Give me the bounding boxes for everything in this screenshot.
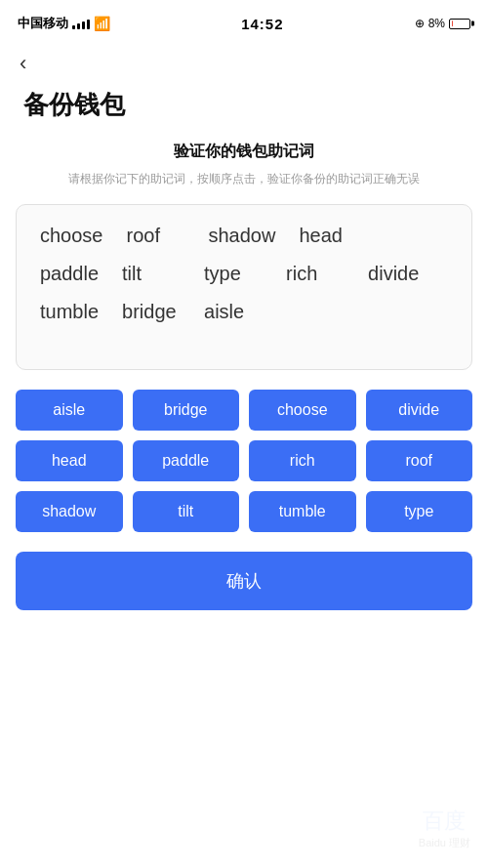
wifi-icon: 📶 (94, 16, 110, 31)
battery-icon (449, 19, 470, 29)
status-time: 14:52 (241, 16, 283, 32)
status-left: 中国移动 📶 (18, 15, 110, 32)
carrier-label: 中国移动 (18, 15, 68, 32)
watermark: 百度 Baidu 理财 (419, 806, 470, 850)
word-chip[interactable]: tumble (249, 491, 356, 532)
word-chip[interactable]: rich (249, 440, 356, 481)
display-word: head (299, 225, 357, 247)
word-chip[interactable]: shadow (16, 491, 123, 532)
word-chip[interactable]: type (366, 491, 473, 532)
satellite-icon: ⊕ (415, 17, 425, 30)
confirm-button[interactable]: 确认 (16, 552, 472, 610)
word-chip[interactable]: bridge (133, 390, 240, 431)
word-chip[interactable]: paddle (133, 440, 240, 481)
word-chip[interactable]: choose (249, 390, 356, 431)
confirm-button-wrapper: 确认 (0, 552, 488, 610)
word-chip[interactable]: divide (366, 390, 473, 431)
word-row-2: paddletilttyperichdivide (40, 263, 448, 285)
word-row-1: chooseroofshadowhead (40, 225, 448, 247)
word-chip[interactable]: aisle (16, 390, 123, 431)
battery-percent: 8% (428, 17, 445, 30)
display-word: choose (40, 225, 103, 247)
chips-grid: aislebridgechoosedivideheadpaddlerichroo… (16, 390, 472, 532)
word-row-3: tumblebridgeaisle (40, 301, 448, 323)
page-title: 备份钱包 (0, 80, 488, 142)
back-button[interactable]: ‹ (20, 51, 26, 76)
display-word: roof (127, 225, 185, 247)
chips-section: aislebridgechoosedivideheadpaddlerichroo… (0, 390, 488, 532)
section-title: 验证你的钱包助记词 (0, 142, 488, 162)
display-word: paddle (40, 263, 99, 285)
signal-icon (72, 18, 90, 29)
word-chip[interactable]: head (16, 440, 123, 481)
watermark-logo: 百度 (419, 806, 470, 836)
word-display-box: chooseroofshadowhead paddletilttyperichd… (16, 204, 472, 370)
display-word: tilt (122, 263, 181, 285)
display-word: aisle (204, 301, 263, 323)
watermark-text: Baidu 理财 (419, 836, 470, 850)
status-right: ⊕ 8% (415, 17, 470, 30)
display-word: shadow (209, 225, 276, 247)
display-word: bridge (122, 301, 181, 323)
section-desc: 请根据你记下的助记词，按顺序点击，验证你备份的助记词正确无误 (0, 170, 488, 188)
display-word: rich (286, 263, 345, 285)
display-word: tumble (40, 301, 99, 323)
nav-bar: ‹ (0, 43, 488, 80)
display-word: divide (368, 263, 427, 285)
display-word: type (204, 263, 263, 285)
status-bar: 中国移动 📶 14:52 ⊕ 8% (0, 0, 488, 43)
word-chip[interactable]: tilt (133, 491, 240, 532)
word-chip[interactable]: roof (366, 440, 473, 481)
